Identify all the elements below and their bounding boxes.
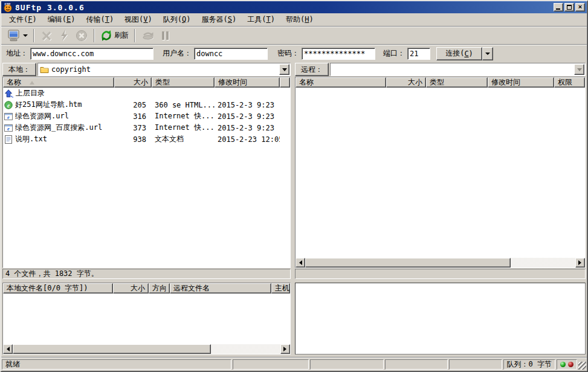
scroll-left-button[interactable]: [296, 258, 305, 268]
local-column-name[interactable]: 名称: [3, 77, 114, 88]
svg-text:e: e: [7, 114, 10, 120]
statusbar: 就绪 队列：0 字节: [1, 357, 587, 371]
menu-transfer[interactable]: 传输(T): [80, 13, 119, 26]
chevron-down-icon: [577, 68, 582, 74]
lightning-icon: [58, 29, 70, 42]
toolbar-separator: [94, 29, 95, 42]
port-input[interactable]: [407, 48, 430, 60]
svg-text:FTP: FTP: [5, 2, 11, 6]
username-input[interactable]: [194, 48, 268, 60]
remote-column-type[interactable]: 类型: [426, 77, 488, 88]
remote-label: 远程：: [295, 63, 329, 76]
scroll-thumb[interactable]: [13, 344, 211, 354]
computer-icon: [7, 29, 21, 42]
log-panel: [294, 281, 587, 356]
file-row[interactable]: 说明.txt 938 文本文档 2015-2-23 12:05: [3, 133, 290, 145]
connect-dropdown-icon[interactable]: [23, 34, 28, 39]
status-section: [385, 359, 448, 370]
remote-horizontal-scrollbar[interactable]: [296, 258, 585, 268]
maximize-button[interactable]: [564, 3, 574, 11]
scroll-track[interactable]: [305, 258, 575, 268]
remote-column-mtime[interactable]: 修改时间: [488, 77, 554, 88]
sort-asc-icon: [30, 81, 34, 85]
local-column-type[interactable]: 类型: [152, 77, 215, 88]
local-column-mtime[interactable]: 修改时间: [215, 77, 280, 88]
local-panel: 本地： copyright 名称 大: [1, 62, 292, 280]
menu-server[interactable]: 服务器(S): [196, 13, 242, 26]
disconnect-button: [37, 28, 56, 43]
file-row[interactable]: e 绿色资源网_百度搜索.url 373 Internet 快... 2015-…: [3, 122, 290, 133]
remote-column-perms[interactable]: 权限: [554, 77, 585, 88]
app-window: FTP 8UFtp 3.0.0.6 × 文件(F) 编辑(E) 传输(T) 视图…: [0, 0, 588, 372]
connect-options-dropdown[interactable]: [482, 47, 493, 60]
file-row[interactable]: e 好251网址导航.htm 205 360 se HTML... 2015-2…: [3, 99, 290, 111]
window-title: 8UFtp 3.0.0.6: [15, 3, 85, 12]
scroll-right-button[interactable]: [280, 344, 290, 354]
minimize-button[interactable]: [554, 3, 563, 11]
red-light-icon: [568, 362, 573, 367]
url-shortcut-icon: e: [4, 112, 13, 121]
queue-horizontal-scrollbar[interactable]: [3, 344, 290, 354]
queue-column-localfile[interactable]: 本地文件名[0/0 字节]): [3, 283, 113, 293]
text-file-icon: [4, 135, 13, 144]
local-list-body[interactable]: 上层目录 e 好251网址导航: [3, 88, 290, 268]
refresh-icon: [100, 30, 112, 42]
scroll-right-button[interactable]: [575, 258, 585, 268]
queue-column-size[interactable]: 大小: [113, 283, 149, 293]
status-indicators: [557, 359, 577, 370]
queue-column-host[interactable]: 主机: [271, 283, 290, 293]
scroll-track[interactable]: [13, 344, 280, 354]
toolbar: 刷新: [1, 26, 587, 44]
status-section: [449, 359, 502, 370]
queue-column-direction[interactable]: 方向: [149, 283, 170, 293]
remote-column-size[interactable]: 大小: [386, 77, 426, 88]
remote-list-body[interactable]: [296, 88, 585, 258]
password-input[interactable]: [302, 48, 375, 60]
menu-tools[interactable]: 工具(T): [242, 13, 280, 26]
chevron-down-icon: [485, 53, 490, 57]
menu-view[interactable]: 视图(V): [119, 13, 158, 26]
app-icon: FTP: [3, 2, 13, 12]
scroll-left-button[interactable]: [3, 344, 13, 354]
connect-submit-button[interactable]: 连接(C): [436, 47, 482, 60]
menu-edit[interactable]: 编辑(E): [42, 13, 81, 26]
status-queue: 队列：0 字节: [503, 359, 555, 370]
column-filler: [280, 77, 290, 88]
resize-grip[interactable]: [578, 362, 586, 370]
address-input[interactable]: [30, 48, 153, 60]
connect-button[interactable]: [5, 28, 30, 43]
connection-bar: 地址： 用户名： 密码： 端口： 连接(C): [1, 44, 587, 62]
username-label: 用户名：: [163, 48, 192, 59]
abort-button: [73, 28, 91, 43]
html-file-icon: e: [4, 101, 13, 109]
log-output-area[interactable]: [295, 283, 586, 354]
remote-path-combobox: [330, 63, 586, 76]
local-column-size[interactable]: 大小: [114, 77, 152, 88]
file-row-updir[interactable]: 上层目录: [3, 88, 290, 99]
status-section: [233, 359, 309, 370]
refresh-button[interactable]: 刷新: [98, 28, 131, 43]
port-label: 端口：: [383, 48, 405, 59]
queue-list-body[interactable]: [3, 293, 290, 344]
menu-help[interactable]: 帮助(H): [280, 13, 319, 26]
titlebar: FTP 8UFtp 3.0.0.6 ×: [1, 1, 587, 13]
queue-column-remotefile[interactable]: 远程文件名: [170, 283, 271, 293]
local-path-combobox[interactable]: copyright: [37, 63, 291, 76]
pause-icon: [160, 30, 170, 42]
menu-queue[interactable]: 队列(Q): [158, 13, 196, 26]
remote-column-name[interactable]: 名称: [296, 77, 386, 88]
green-light-icon: [560, 362, 566, 367]
abort-circle-icon: [75, 29, 88, 42]
menubar: 文件(F) 编辑(E) 传输(T) 视图(V) 队列(Q) 服务器(S) 工具(…: [1, 13, 587, 26]
menu-file[interactable]: 文件(F): [4, 13, 42, 26]
scroll-thumb[interactable]: [305, 258, 511, 268]
local-file-list: 名称 大小 类型 修改时间: [2, 77, 291, 268]
toolbar-separator: [134, 29, 135, 42]
file-row[interactable]: e 绿色资源网.url 316 Internet 快... 2015-2-3 9…: [3, 111, 290, 122]
remote-file-list: 名称 大小 类型 修改时间 权限: [295, 77, 586, 268]
toolbar-separator: [33, 29, 34, 42]
close-button[interactable]: ×: [575, 3, 585, 11]
local-label: 本地：: [2, 63, 36, 76]
local-path-dropdown-button[interactable]: [279, 64, 289, 75]
refresh-label: 刷新: [114, 30, 129, 40]
